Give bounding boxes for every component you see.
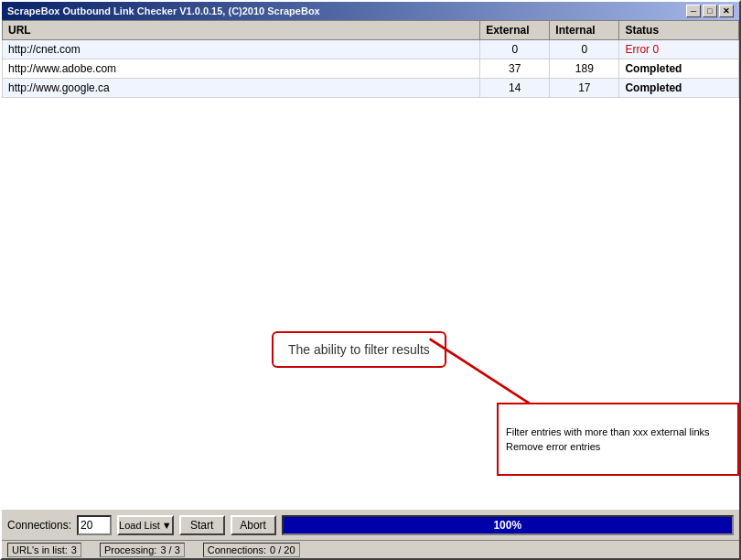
cell-external: 14 xyxy=(480,79,550,98)
start-button[interactable]: Start xyxy=(179,515,225,535)
abort-button[interactable]: Abort xyxy=(231,515,276,535)
status-connections: Connections: 0 / 20 xyxy=(203,543,300,557)
filter-line2: Remove error entries xyxy=(506,441,730,452)
table-row[interactable]: http://cnet.com00Error 0 xyxy=(3,40,739,59)
bottom-toolbar: Connections: Load List ▼ Start Abort 100… xyxy=(2,508,739,540)
window-title: ScrapeBox Outbound Link Checker V1.0.0.1… xyxy=(7,5,320,16)
cell-internal: 189 xyxy=(550,59,619,79)
header-internal: Internal xyxy=(550,21,619,40)
processing-value: 3 / 3 xyxy=(160,544,179,555)
cell-status: Completed xyxy=(619,59,739,79)
title-bar-buttons: ─ □ ✕ xyxy=(686,5,734,17)
data-table: URL External Internal Status http://cnet… xyxy=(2,20,739,98)
filter-panel: Filter entries with more than xxx extern… xyxy=(497,403,739,476)
table-row[interactable]: http://www.adobe.com37189Completed xyxy=(3,59,739,79)
load-list-button[interactable]: Load List ▼ xyxy=(117,515,174,535)
cell-external: 0 xyxy=(480,40,550,59)
connections-input[interactable] xyxy=(77,515,112,535)
cell-url: http://www.google.ca xyxy=(3,79,480,98)
tooltip-text: The ability to filter results xyxy=(288,342,430,357)
status-bar: URL's in list: 3 Processing: 3 / 3 Conne… xyxy=(2,540,739,558)
connections-label: Connections: xyxy=(7,519,71,532)
processing-label: Processing: xyxy=(104,544,156,555)
close-button[interactable]: ✕ xyxy=(719,5,734,17)
dropdown-arrow-icon: ▼ xyxy=(162,520,172,531)
cell-status: Error 0 xyxy=(619,40,739,59)
tooltip-box: The ability to filter results xyxy=(272,331,446,368)
status-processing: Processing: 3 / 3 xyxy=(100,543,185,557)
header-external: External xyxy=(480,21,550,40)
urls-value: 3 xyxy=(71,544,77,555)
load-list-label: Load List xyxy=(119,520,160,531)
title-bar: ScrapeBox Outbound Link Checker V1.0.0.1… xyxy=(2,2,739,20)
cell-url: http://www.adobe.com xyxy=(3,59,480,79)
cell-status: Completed xyxy=(619,79,739,98)
progress-bar-container: 100% xyxy=(282,515,734,535)
status-urls: URL's in list: 3 xyxy=(7,543,81,557)
svg-line-1 xyxy=(430,339,559,422)
cell-internal: 0 xyxy=(550,40,619,59)
table-row[interactable]: http://www.google.ca1417Completed xyxy=(3,79,739,98)
progress-bar-fill: 100% xyxy=(284,517,732,533)
maximize-button[interactable]: □ xyxy=(703,5,717,17)
urls-label: URL's in list: xyxy=(12,544,68,555)
filter-line1: Filter entries with more than xxx extern… xyxy=(506,426,730,437)
header-status: Status xyxy=(619,21,739,40)
main-content: URL External Internal Status http://cnet… xyxy=(2,20,739,508)
connections-status-value: 0 / 20 xyxy=(270,544,295,555)
progress-text: 100% xyxy=(493,519,521,532)
connections-status-label: Connections: xyxy=(208,544,266,555)
cell-internal: 17 xyxy=(550,79,619,98)
main-window: ScrapeBox Outbound Link Checker V1.0.0.1… xyxy=(0,0,741,560)
table-header-row: URL External Internal Status xyxy=(3,21,739,40)
cell-external: 37 xyxy=(480,59,550,79)
header-url: URL xyxy=(3,21,480,40)
cell-url: http://cnet.com xyxy=(3,40,480,59)
minimize-button[interactable]: ─ xyxy=(686,5,701,17)
